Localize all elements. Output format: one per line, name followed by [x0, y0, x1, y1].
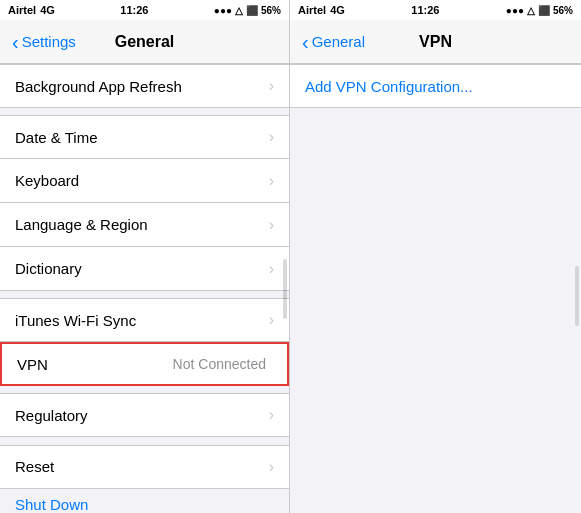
battery-label: 56%	[553, 5, 573, 16]
chevron-icon: ›	[269, 77, 274, 95]
general-back-button[interactable]: ‹ General	[302, 32, 365, 52]
back-label: Settings	[22, 33, 76, 50]
right-scroll-indicator	[575, 266, 579, 326]
status-left: Airtel 4G	[298, 4, 345, 16]
back-chevron-icon: ‹	[12, 32, 19, 52]
list-item-background-refresh[interactable]: Background App Refresh ›	[0, 64, 289, 108]
signal-icon: ●●●	[506, 5, 524, 16]
right-nav-title: VPN	[419, 33, 452, 51]
shutdown-item[interactable]: Shut Down	[0, 496, 289, 513]
status-right: ●●● △ ⬛ 56%	[214, 5, 281, 16]
list-item-language-region[interactable]: Language & Region ›	[0, 203, 289, 247]
chevron-icon: ›	[269, 260, 274, 278]
network-label: 4G	[40, 4, 55, 16]
item-label: Reset	[15, 458, 269, 475]
carrier-label: Airtel	[8, 4, 36, 16]
network-label: 4G	[330, 4, 345, 16]
section-divider-1	[0, 108, 289, 115]
list-item-dictionary[interactable]: Dictionary ›	[0, 247, 289, 291]
settings-list: Background App Refresh › Date & Time › K…	[0, 64, 289, 513]
list-item-itunes-wifi[interactable]: iTunes Wi-Fi Sync ›	[0, 298, 289, 342]
battery-icon: ⬛	[538, 5, 550, 16]
shutdown-label: Shut Down	[15, 496, 88, 513]
chevron-icon: ›	[269, 216, 274, 234]
wifi-icon: △	[527, 5, 535, 16]
item-label: Keyboard	[15, 172, 269, 189]
section-divider-2	[0, 291, 289, 298]
section-background: Background App Refresh ›	[0, 64, 289, 108]
wifi-icon: △	[235, 5, 243, 16]
item-label: Background App Refresh	[15, 78, 269, 95]
list-item-date-time[interactable]: Date & Time ›	[0, 115, 289, 159]
back-label: General	[312, 33, 365, 50]
item-label: Language & Region	[15, 216, 269, 233]
right-panel: Airtel 4G 11:26 ●●● △ ⬛ 56% ‹ General VP…	[290, 0, 581, 513]
list-item-keyboard[interactable]: Keyboard ›	[0, 159, 289, 203]
section-divider-4	[0, 437, 289, 444]
status-left: Airtel 4G	[8, 4, 55, 16]
section-divider-3	[0, 386, 289, 393]
item-label: Regulatory	[15, 407, 269, 424]
chevron-icon: ›	[269, 311, 274, 329]
status-bar-left: Airtel 4G 11:26 ●●● △ ⬛ 56%	[0, 0, 289, 20]
item-label: Date & Time	[15, 129, 269, 146]
add-vpn-item[interactable]: Add VPN Configuration...	[290, 64, 581, 108]
chevron-icon: ›	[269, 172, 274, 190]
section-divider-5	[0, 489, 289, 496]
vpn-label: VPN	[17, 356, 173, 373]
time-label: 11:26	[120, 4, 148, 16]
item-label: Dictionary	[15, 260, 269, 277]
list-item-vpn[interactable]: VPN Not Connected	[0, 342, 289, 386]
back-chevron-icon: ‹	[302, 32, 309, 52]
battery-icon: ⬛	[246, 5, 258, 16]
list-item-regulatory[interactable]: Regulatory ›	[0, 393, 289, 437]
section-vpn: iTunes Wi-Fi Sync › VPN Not Connected	[0, 298, 289, 386]
vpn-content: Add VPN Configuration...	[290, 64, 581, 513]
signal-icon: ●●●	[214, 5, 232, 16]
add-vpn-label: Add VPN Configuration...	[305, 78, 473, 95]
chevron-icon: ›	[269, 128, 274, 146]
item-label: iTunes Wi-Fi Sync	[15, 312, 269, 329]
vpn-status: Not Connected	[173, 356, 266, 372]
right-nav-bar: ‹ General VPN	[290, 20, 581, 64]
list-item-reset[interactable]: Reset ›	[0, 445, 289, 489]
section-datetime: Date & Time › Keyboard › Language & Regi…	[0, 115, 289, 291]
section-regulatory: Regulatory ›	[0, 393, 289, 437]
scroll-indicator	[283, 259, 287, 319]
left-nav-title: General	[115, 33, 175, 51]
status-bar-right: Airtel 4G 11:26 ●●● △ ⬛ 56%	[290, 0, 581, 20]
chevron-icon: ›	[269, 406, 274, 424]
battery-label: 56%	[261, 5, 281, 16]
left-panel: Airtel 4G 11:26 ●●● △ ⬛ 56% ‹ Settings G…	[0, 0, 290, 513]
carrier-label: Airtel	[298, 4, 326, 16]
section-reset: Reset ›	[0, 445, 289, 489]
settings-back-button[interactable]: ‹ Settings	[12, 32, 76, 52]
left-nav-bar: ‹ Settings General	[0, 20, 289, 64]
chevron-icon: ›	[269, 458, 274, 476]
status-right: ●●● △ ⬛ 56%	[506, 5, 573, 16]
time-label: 11:26	[411, 4, 439, 16]
